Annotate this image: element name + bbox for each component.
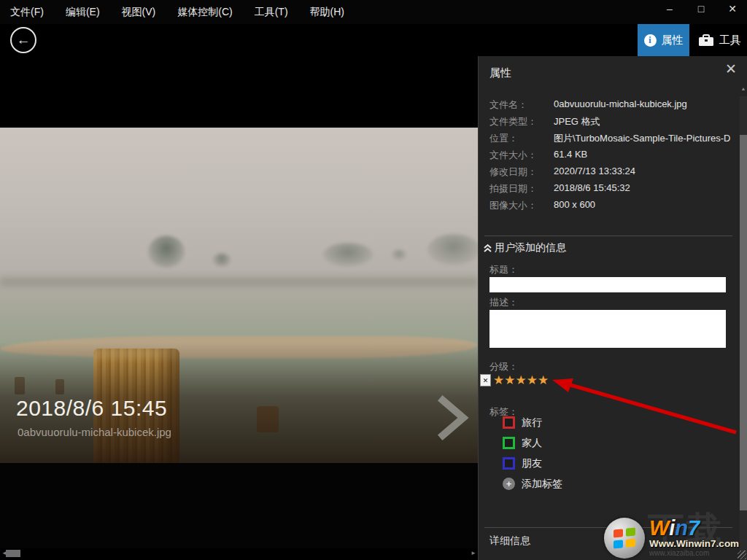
- field-image-size: 图像大小：800 x 600: [489, 199, 730, 216]
- tag-friends[interactable]: 朋友: [503, 457, 542, 470]
- windows-logo-icon: [604, 518, 645, 559]
- filmstrip: [0, 463, 478, 548]
- tree-silhouette: [213, 253, 231, 267]
- watermark: Win7 Www.Winwin7.com www.xiazaiba.com: [604, 518, 739, 559]
- window-controls: – □ ✕: [664, 3, 738, 15]
- field-location: 位置：图片\TurboMosaic-Sample-Tile-Pictures-D…: [489, 132, 730, 149]
- menu-view[interactable]: 视图(V): [122, 6, 156, 19]
- back-button[interactable]: ←: [10, 27, 36, 53]
- panel-scrollbar[interactable]: ▲: [740, 96, 747, 560]
- watermark-text: Win7 Www.Winwin7.com www.xiazaiba.com: [649, 518, 739, 557]
- tag-label: 旅行: [522, 416, 542, 429]
- photo-date-overlay: 2018/8/6 15:45: [16, 396, 167, 421]
- filmstrip-scroll-thumb[interactable]: [6, 550, 20, 557]
- menu-media-control[interactable]: 媒体控制(C): [177, 6, 232, 19]
- menu-edit[interactable]: 编辑(E): [66, 6, 100, 19]
- next-image-arrow[interactable]: [436, 394, 471, 441]
- close-button[interactable]: ✕: [727, 3, 738, 15]
- back-arrow-icon: ←: [17, 32, 31, 48]
- description-textarea[interactable]: [489, 310, 726, 348]
- info-icon: i: [644, 34, 657, 47]
- tree-silhouette: [148, 236, 185, 268]
- clear-rating-button[interactable]: ✕: [480, 374, 491, 386]
- star-5[interactable]: ★: [538, 374, 549, 386]
- title-input[interactable]: [489, 277, 726, 292]
- properties-panel: 属性 ✕ 文件名：0abvuuorulu-michal-kubicek.jpg …: [478, 56, 747, 560]
- star-1[interactable]: ★: [493, 374, 504, 386]
- menu-help[interactable]: 帮助(H): [310, 6, 344, 19]
- tree-silhouette: [323, 243, 373, 266]
- tab-properties-label: 属性: [662, 34, 684, 47]
- tree-silhouette: [427, 234, 478, 265]
- rating-label: 分级：: [489, 360, 518, 373]
- watermark-sub-url: www.xiazaiba.com: [649, 549, 739, 557]
- tag-checkbox[interactable]: [503, 416, 515, 429]
- photo-viewer-app: 文件(F) 编辑(E) 视图(V) 媒体控制(C) 工具(T) 帮助(H) – …: [0, 0, 747, 560]
- maximize-button[interactable]: □: [695, 3, 707, 15]
- star-4[interactable]: ★: [527, 374, 538, 386]
- field-filename: 文件名：0abvuuorulu-michal-kubicek.jpg: [489, 98, 730, 115]
- description-label: 描述：: [489, 296, 518, 309]
- panel-title: 属性: [489, 66, 511, 80]
- star-2[interactable]: ★: [504, 374, 515, 386]
- details-section-label[interactable]: 详细信息: [489, 534, 530, 548]
- user-info-section-title: 用户添加的信息: [495, 241, 566, 254]
- field-filesize: 文件大小：61.4 KB: [489, 149, 730, 166]
- divider: [484, 236, 732, 236]
- toolbox-icon: [698, 34, 714, 47]
- windows-flag: [614, 527, 635, 548]
- tree-silhouette: [392, 249, 406, 260]
- tag-label: 家人: [522, 437, 542, 450]
- panel-close-icon[interactable]: ✕: [725, 61, 737, 77]
- field-modified-date: 修改日期：2020/7/13 13:33:24: [489, 166, 730, 182]
- tab-tools-label: 工具: [719, 34, 741, 47]
- filmstrip-scrollbar[interactable]: ◄ ►: [0, 548, 478, 559]
- add-tag-label: 添加标签: [522, 478, 562, 491]
- minimize-button[interactable]: –: [664, 3, 676, 15]
- photo-canvas[interactable]: 2018/8/6 15:45 0abvuuorulu-michal-kubice…: [0, 128, 478, 463]
- tab-properties[interactable]: i 属性: [638, 24, 689, 56]
- tag-label: 朋友: [522, 457, 542, 470]
- watermark-brand: Win7: [649, 518, 739, 538]
- title-label: 标题：: [489, 263, 518, 276]
- rating-control: ✕ ★ ★ ★ ★ ★: [480, 374, 549, 386]
- plus-icon: +: [503, 478, 515, 490]
- tab-tools[interactable]: 工具: [692, 24, 747, 56]
- menu-tools[interactable]: 工具(T): [255, 6, 288, 19]
- menu-bar: 文件(F) 编辑(E) 视图(V) 媒体控制(C) 工具(T) 帮助(H): [0, 0, 747, 24]
- photo-filename-overlay: 0abvuuorulu-michal-kubicek.jpg: [18, 426, 171, 438]
- tag-checkbox[interactable]: [503, 437, 515, 449]
- scroll-up-icon[interactable]: ▲: [740, 86, 747, 91]
- panel-scroll-thumb[interactable]: [740, 135, 747, 510]
- scroll-right-icon[interactable]: ►: [471, 550, 476, 556]
- watermark-url: Www.Winwin7.com: [649, 538, 739, 549]
- add-tag-button[interactable]: + 添加标签: [503, 478, 562, 490]
- field-taken-date: 拍摄日期：2018/8/6 15:45:32: [489, 182, 730, 199]
- user-info-section-header[interactable]: 用户添加的信息: [483, 241, 566, 254]
- tag-family[interactable]: 家人: [503, 437, 542, 449]
- star-3[interactable]: ★: [516, 374, 527, 386]
- field-ridge: [0, 277, 478, 287]
- collapse-chevrons-icon: [483, 244, 492, 253]
- field-filetype: 文件类型：JPEG 格式: [489, 115, 730, 132]
- menu-file[interactable]: 文件(F): [10, 6, 44, 19]
- tag-travel[interactable]: 旅行: [503, 416, 542, 429]
- tag-checkbox[interactable]: [503, 457, 515, 470]
